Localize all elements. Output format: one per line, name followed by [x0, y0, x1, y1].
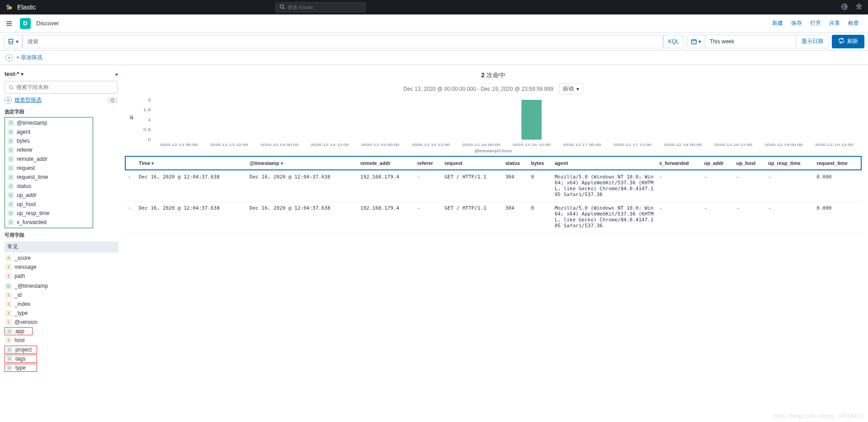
open-link[interactable]: 打开	[810, 19, 821, 27]
column-header-@timestamp[interactable]: @timestamp ▾	[247, 156, 358, 170]
show-dates-link[interactable]: 显示日期	[796, 35, 829, 48]
field-search[interactable]	[5, 81, 118, 94]
news-icon[interactable]	[841, 3, 848, 12]
available-field-_@timestamp[interactable]: ⊙_@timestamp	[5, 281, 118, 291]
date-range-text[interactable]: This week	[705, 38, 796, 45]
expand-row-icon[interactable]: ›	[125, 202, 136, 233]
field-type-icon: ⊙	[6, 347, 13, 353]
share-link[interactable]: 共享	[829, 19, 840, 27]
column-header-up_host[interactable]: up_host	[734, 156, 765, 170]
date-picker[interactable]: ▾ This week 显示日期	[687, 35, 829, 48]
menu-icon[interactable]	[4, 18, 14, 29]
svg-text:2020-12-17 12:00: 2020-12-17 12:00	[613, 142, 651, 146]
field-name: bytes	[17, 138, 30, 144]
selected-field-up_addr[interactable]: ⊙up_addr	[7, 191, 91, 200]
available-field-_type[interactable]: t_type	[5, 309, 118, 318]
popular-field-path[interactable]: tpath	[5, 272, 118, 281]
cell-xforwarded: -	[656, 202, 701, 233]
cell-agent: Mozilla/5.0 (Windows NT 10.0; Win64; x64…	[552, 202, 656, 233]
available-field-host[interactable]: thost	[5, 336, 118, 345]
global-search-input[interactable]	[288, 5, 362, 10]
selected-field-x_forwarded[interactable]: ⊙x_forwarded	[7, 218, 91, 227]
column-header-x_forwarded[interactable]: x_forwarded	[656, 156, 701, 170]
new-link[interactable]: 新建	[772, 19, 783, 27]
column-header-up_addr[interactable]: up_addr	[702, 156, 734, 170]
available-field-_index[interactable]: t_index	[5, 300, 118, 309]
column-header-referer[interactable]: referer	[415, 156, 442, 170]
query-input[interactable]	[23, 35, 663, 48]
expand-row-icon[interactable]: ›	[125, 170, 136, 202]
filter-by-type[interactable]: ⊕ 按类型筛选 0	[5, 94, 118, 107]
field-type-icon: ⊙	[8, 165, 14, 171]
available-field-tags[interactable]: ⊙tags	[5, 355, 37, 363]
field-name: project	[15, 347, 32, 353]
selected-field-referer[interactable]: ⊙referer	[7, 145, 91, 155]
save-link[interactable]: 保存	[791, 19, 802, 27]
cell-upaddr: -	[702, 202, 734, 233]
column-header-request[interactable]: request	[442, 156, 502, 170]
help-icon[interactable]	[855, 3, 863, 12]
svg-text:1: 1	[148, 117, 151, 122]
field-type-icon: ⊙	[8, 138, 14, 144]
column-header-bytes[interactable]: bytes	[528, 156, 552, 170]
selected-field-request_time[interactable]: ⊙request_time	[7, 173, 91, 182]
field-type-icon: t	[5, 301, 12, 307]
app-header-left: D Discover	[4, 18, 59, 29]
popular-field-_score[interactable]: #_score	[5, 253, 118, 263]
field-search-input[interactable]	[16, 84, 113, 90]
field-name: request_time	[17, 174, 48, 180]
svg-text:2020-12-16 00:00: 2020-12-16 00:00	[462, 142, 500, 146]
field-type-icon: t	[5, 310, 12, 316]
selected-field-request[interactable]: ⊙request	[7, 164, 91, 173]
available-field-project[interactable]: ⊙project	[5, 346, 37, 354]
global-search[interactable]	[275, 2, 366, 12]
selected-field-up_resp_time[interactable]: ⊙up_resp_time	[7, 209, 91, 218]
field-name: _type	[14, 310, 28, 316]
table-row: ›Dec 16, 2020 @ 12:04:37.638Dec 16, 2020…	[125, 202, 861, 233]
cell-remote: 192.168.179.4	[358, 202, 415, 233]
available-field-type[interactable]: ⊙type	[5, 364, 37, 372]
field-type-icon: ⊙	[8, 174, 14, 180]
cell-time: Dec 16, 2020 @ 12:04:37.638	[136, 202, 247, 233]
x-axis-label: @timestamp/3 hours	[125, 148, 862, 156]
column-header-remote_addr[interactable]: remote_addr	[358, 156, 415, 170]
selected-field-@timestamp[interactable]: ⏱@timestamp	[7, 118, 91, 127]
field-type-icon: ⊙	[6, 356, 13, 362]
inspect-link[interactable]: 检查	[848, 19, 859, 27]
refresh-button[interactable]: 刷新	[832, 35, 864, 48]
cell-remote: 192.168.179.4	[358, 170, 415, 202]
available-field-_id[interactable]: t_id	[5, 291, 118, 300]
calendar-icon[interactable]: ▾	[687, 35, 705, 48]
svg-text:2020-12-14 00:00: 2020-12-14 00:00	[260, 142, 298, 146]
search-icon	[279, 4, 285, 11]
index-pattern-selector[interactable]: test-* ▾ ◂	[5, 69, 118, 81]
selected-field-remote_addr[interactable]: ⊙remote_addr	[7, 155, 91, 164]
popular-field-message[interactable]: tmessage	[5, 263, 118, 272]
filter-by-type-link[interactable]: 按类型筛选	[14, 96, 42, 104]
column-header-up_resp_time[interactable]: up_resp_time	[765, 156, 814, 170]
filter-options-icon[interactable]: ▾	[5, 54, 13, 61]
expand-column-header	[125, 156, 136, 170]
selected-field-status[interactable]: ⊙status	[7, 182, 91, 191]
field-name: message	[14, 264, 37, 270]
field-type-icon: ⊙	[8, 147, 14, 153]
column-header-status[interactable]: status	[503, 156, 528, 170]
cell-requesttime: 0.000	[814, 170, 861, 202]
add-filter-link[interactable]: + 添加筛选	[16, 54, 42, 61]
available-field-app[interactable]: ⊙app	[5, 327, 33, 335]
column-header-agent[interactable]: agent	[552, 156, 656, 170]
selected-field-up_host[interactable]: ⊙up_host	[7, 200, 91, 209]
field-type-icon: ⊙	[8, 210, 14, 216]
interval-select[interactable]: 自动 ▾	[559, 83, 583, 94]
selected-field-bytes[interactable]: ⊙bytes	[7, 136, 91, 145]
filter-bar: ▾ + 添加筛选	[0, 51, 868, 65]
saved-query-button[interactable]: ▾	[4, 35, 23, 48]
column-header-Time[interactable]: Time ▾	[136, 156, 247, 170]
column-header-request_time[interactable]: request_time	[814, 156, 861, 170]
svg-text:0: 0	[148, 137, 151, 142]
selected-field-agent[interactable]: ⊙agent	[7, 127, 91, 136]
available-field-@version[interactable]: t@version	[5, 318, 118, 327]
collapse-sidebar-icon[interactable]: ◂	[115, 71, 118, 77]
kql-toggle[interactable]: KQL	[663, 35, 684, 48]
field-name: _score	[14, 255, 31, 261]
